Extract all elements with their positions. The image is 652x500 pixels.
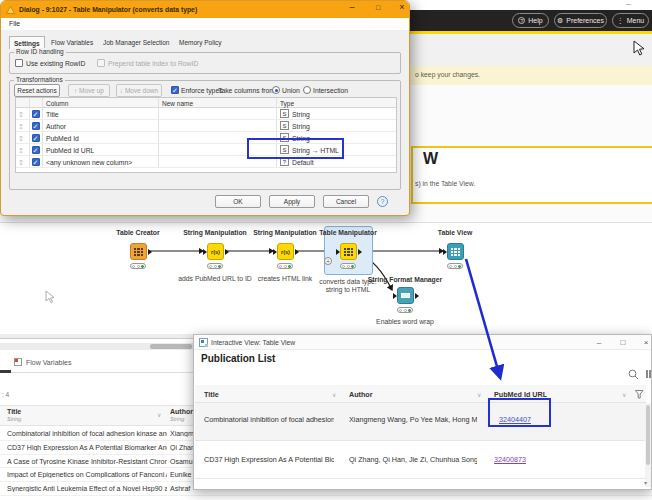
dialog-close-icon[interactable]: × (395, 2, 409, 12)
port-col-title[interactable]: Title (7, 408, 21, 415)
input-port[interactable] (203, 249, 207, 255)
node-table-manipulator[interactable] (340, 243, 357, 260)
header-type: Type (280, 100, 294, 107)
horizontal-scrollbar[interactable] (0, 343, 193, 350)
move-down-button[interactable]: ↓ Move down (116, 84, 162, 97)
cell-column: PubMed Id (46, 135, 79, 142)
column-count-label: : 4 (2, 391, 9, 398)
dialog-minimize-icon[interactable]: – (345, 2, 359, 12)
chevron-down-icon[interactable]: ∨ (332, 391, 336, 398)
node-string-manipulation-2[interactable]: r(s) (277, 243, 294, 260)
node-string-manipulation-1[interactable]: r(s) (207, 243, 224, 260)
iv-table-row[interactable]: Combinatorial inhibition of focal adhesi… (195, 403, 646, 441)
preferences-button[interactable]: ⚙ Preferences (554, 13, 607, 28)
transformations-legend: Transformations (14, 76, 65, 83)
cell-type[interactable]: Default (292, 159, 314, 166)
node-plus-icon[interactable]: + (324, 257, 332, 265)
move-up-button[interactable]: ↑ Move up (68, 84, 110, 97)
chevron-down-icon[interactable]: ∨ (622, 391, 626, 398)
include-checkbox[interactable]: ✓ (32, 110, 40, 118)
iv-titlebar[interactable]: Interactive View: Table View – □ × (194, 335, 651, 350)
cell-type[interactable]: String (292, 111, 310, 118)
tab-memory-policy[interactable]: Memory Policy (175, 36, 226, 49)
scroll-down-icon[interactable]: ▾ (644, 479, 647, 486)
row-id-handling-legend: Row ID handling (14, 48, 66, 55)
output-port[interactable] (415, 293, 419, 299)
type-cell-highlight-annotation (247, 138, 344, 159)
ok-button[interactable]: OK (215, 195, 261, 208)
intersection-radio[interactable] (303, 86, 311, 94)
reset-actions-button[interactable]: Reset actions (14, 84, 60, 97)
iv-close-icon[interactable]: × (640, 338, 652, 347)
chevron-down-icon[interactable]: ∨ (157, 411, 161, 418)
union-radio[interactable] (272, 86, 280, 94)
include-checkbox[interactable]: ✓ (32, 158, 40, 166)
iv-col-author[interactable]: Author (349, 390, 373, 399)
chevron-down-icon[interactable]: ∨ (477, 391, 481, 398)
input-port[interactable] (443, 249, 447, 255)
output-port[interactable] (295, 249, 299, 255)
scrollbar-thumb[interactable] (150, 344, 192, 349)
use-existing-rowid-checkbox[interactable] (15, 59, 23, 67)
mouse-cursor-icon (633, 40, 646, 56)
iv-minimize-icon[interactable]: – (593, 338, 605, 347)
transform-row[interactable]: ⣿ ✓ Author S String (16, 120, 396, 132)
node-table-creator[interactable] (130, 243, 147, 260)
filter-icon[interactable] (635, 390, 644, 399)
drag-handle-icon[interactable]: ⣿ (19, 159, 22, 165)
cancel-button[interactable]: Cancel (323, 195, 369, 208)
node-string-format-manager[interactable] (397, 287, 414, 304)
cell-type[interactable]: String (292, 123, 310, 130)
menu-file[interactable]: File (9, 20, 20, 27)
table-view-icon (451, 248, 460, 256)
input-port[interactable] (393, 293, 397, 299)
help-button[interactable]: ? Help (512, 13, 549, 28)
include-checkbox[interactable]: ✓ (32, 146, 40, 154)
dialog-help-button[interactable]: ? (377, 196, 388, 207)
tab-flow-variables[interactable]: Flow Variables (26, 359, 71, 366)
iv-table-row[interactable]: CD37 High Expression As A Potential Biom… (195, 441, 646, 479)
drag-handle-icon[interactable]: ⣿ (19, 135, 22, 141)
link-highlight-annotation (488, 398, 551, 427)
dialog-maximize-icon[interactable]: □ (371, 4, 385, 11)
drag-handle-icon[interactable]: ⣿ (19, 111, 22, 117)
dialog-menubar: File (1, 18, 409, 30)
column-settings-icon[interactable] (646, 369, 652, 379)
iv-maximize-icon[interactable]: □ (617, 338, 629, 347)
dialog-titlebar[interactable]: Dialog - 9:1027 - Table Manipulator (con… (1, 1, 409, 18)
cell-title: Synergistic Anti Leukemia Effect of a No… (7, 485, 167, 492)
iv-col-title[interactable]: Title (204, 390, 219, 399)
scrollbar-thumb[interactable] (646, 405, 650, 465)
header-column: Column (46, 100, 68, 107)
cell-title: A Case of Tyrosine Kinase Inhibitor-Resi… (7, 458, 167, 465)
union-label: Union (282, 87, 300, 94)
enforce-types-checkbox[interactable]: ✓ (171, 86, 179, 94)
main-minimize-icon[interactable]: – (626, 0, 631, 9)
vertical-scrollbar[interactable] (645, 403, 651, 487)
iv-table-header: Title ∨ Author ∨ PubMed Id URL ∨ (195, 385, 646, 403)
tab-job-manager-selection[interactable]: Job Manager Selection (99, 36, 174, 49)
publication-list-heading: Publication List (201, 353, 275, 364)
node-table-view[interactable] (447, 243, 464, 260)
include-checkbox[interactable]: ✓ (32, 122, 40, 130)
output-port[interactable] (358, 249, 362, 255)
transform-row[interactable]: ⣿ ✓ Title S String (16, 108, 396, 120)
hint-box-heading: W (423, 150, 438, 168)
table-row[interactable]: Glucocorticoids enhance the anti-leukemi… (0, 496, 652, 500)
dialog-window: Dialog - 9:1027 - Table Manipulator (con… (0, 0, 410, 216)
port-col-author[interactable]: Author (170, 408, 193, 415)
search-icon[interactable] (628, 369, 639, 380)
input-port[interactable] (273, 249, 277, 255)
apply-button[interactable]: Apply (269, 195, 315, 208)
help-label: Help (528, 17, 542, 24)
prepend-index-checkbox[interactable] (97, 59, 105, 67)
input-port[interactable] (336, 249, 340, 255)
pubmed-url-link[interactable]: 32400873 (494, 455, 526, 464)
menu-button[interactable]: ⋮ Menu (612, 13, 649, 28)
output-port[interactable] (148, 249, 152, 255)
drag-handle-icon[interactable]: ⣿ (19, 123, 22, 129)
output-port[interactable] (225, 249, 229, 255)
drag-handle-icon[interactable]: ⣿ (19, 147, 22, 153)
include-checkbox[interactable]: ✓ (32, 134, 40, 142)
canvas-cursor-icon (45, 290, 57, 304)
